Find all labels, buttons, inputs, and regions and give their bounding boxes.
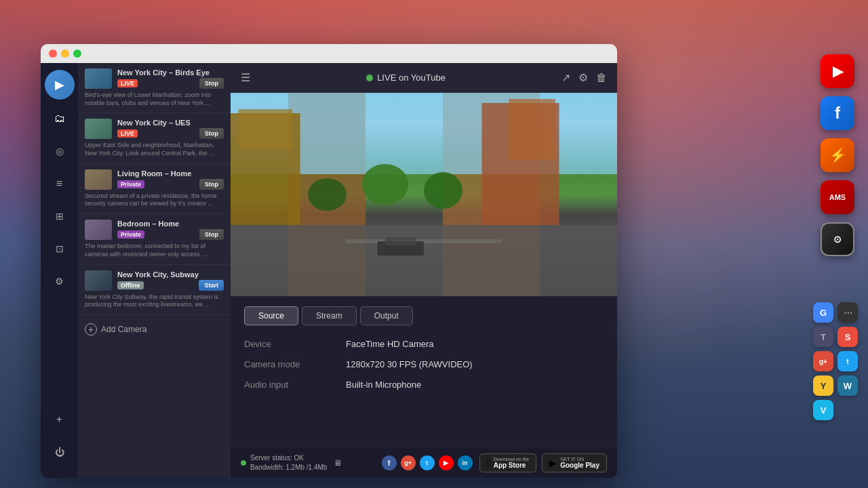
google-play-sublabel: GET IT ON	[560, 457, 599, 462]
device-label: Device	[244, 339, 346, 349]
dock-facebook[interactable]: f	[821, 96, 854, 130]
camera-desc-2: Upper East Side and neighborhood, Manhat…	[85, 142, 224, 157]
logo-icon: ▶	[55, 77, 64, 92]
street-scene-svg	[231, 93, 617, 296]
small-dock-twitter[interactable]: t	[837, 351, 858, 371]
stop-button-2[interactable]: Stop	[199, 128, 224, 139]
audio-input-row: Audio input Built-in Microphone	[244, 380, 604, 390]
social-facebook[interactable]: f	[382, 455, 397, 470]
camera-item-bedroom[interactable]: Bedroom – Home Private Stop The master b…	[78, 214, 231, 264]
share-button[interactable]: ↗	[561, 71, 570, 84]
tab-source[interactable]: Source	[244, 306, 298, 325]
device-value: FaceTime HD Camera	[346, 339, 434, 349]
sidebar-item-location[interactable]: ◎	[46, 138, 73, 165]
small-dock-google[interactable]: G	[813, 302, 833, 323]
sidebar-logo[interactable]: ▶	[45, 70, 75, 100]
stop-button-4[interactable]: Stop	[199, 229, 224, 240]
video-preview	[231, 93, 617, 296]
gear-icon: ⚙	[578, 72, 588, 83]
svg-rect-4	[509, 99, 555, 160]
small-dock-vimeo[interactable]: V	[813, 400, 833, 420]
s-icon: ⊙	[833, 234, 842, 245]
camera-thumb-2	[85, 119, 112, 139]
add-camera-label: Add Camera	[101, 325, 146, 334]
small-dock-yahoo[interactable]: Y	[813, 375, 833, 396]
svg-point-9	[424, 172, 462, 209]
stop-button-3[interactable]: Stop	[199, 179, 224, 190]
small-dock-gp[interactable]: g+	[813, 351, 833, 371]
status-badge-3: Private	[117, 180, 144, 188]
camera-item-ues[interactable]: New York City – UES LIVE Stop Upper East…	[78, 113, 231, 163]
svg-rect-11	[385, 237, 416, 245]
social-youtube[interactable]: ▶	[439, 455, 454, 470]
thumb-img-4	[85, 220, 112, 240]
camera-info-3: Living Room – Home Private Stop	[117, 169, 224, 190]
menu-icon: ☰	[241, 72, 250, 83]
tab-stream[interactable]: Stream	[302, 306, 357, 325]
camera-mode-label: Camera mode	[244, 359, 346, 369]
list-icon: ≡	[56, 178, 62, 190]
camera-item-living-room[interactable]: Living Room – Home Private Stop Secured …	[78, 164, 231, 214]
sidebar-item-settings[interactable]: ⚙	[46, 268, 73, 295]
menu-button[interactable]: ☰	[241, 71, 250, 84]
camera-info-1: New York City – Birds Eye LIVE Stop	[117, 68, 224, 89]
delete-button[interactable]: 🗑	[596, 72, 607, 84]
dock-thunder[interactable]: ⚡	[821, 138, 854, 172]
sidebar-item-list[interactable]: ≡	[46, 170, 73, 197]
small-dock-s[interactable]: S	[837, 327, 858, 347]
sidebar-item-grid[interactable]: ⊞	[46, 203, 73, 230]
camera-info-5: New York City, Subway Offline Start	[117, 270, 224, 291]
live-dot	[366, 75, 373, 81]
stop-button-1[interactable]: Stop	[199, 78, 224, 89]
start-button-5[interactable]: Start	[199, 280, 224, 291]
live-indicator: LIVE on YouTube	[366, 73, 446, 83]
app-store-badge[interactable]:  Download on the App Store	[479, 453, 537, 472]
dock-s[interactable]: ⊙	[821, 222, 854, 256]
svg-point-8	[362, 164, 408, 205]
audio-input-label: Audio input	[244, 380, 346, 390]
camera-status-row-5: Offline Start	[117, 280, 224, 291]
camera-info-2: New York City – UES LIVE Stop	[117, 119, 224, 139]
camera-thumb-1	[85, 68, 112, 89]
book-icon: 🗂	[54, 113, 65, 125]
add-camera-button[interactable]: + Add Camera	[78, 315, 231, 344]
sidebar-item-power[interactable]: ⏻	[46, 439, 73, 466]
minimize-button[interactable]	[61, 49, 69, 58]
thumb-img-2	[85, 119, 112, 139]
maximize-button[interactable]	[73, 49, 81, 58]
server-status-dot	[241, 460, 246, 466]
live-platform-label: LIVE on YouTube	[377, 73, 446, 83]
sidebar-item-book[interactable]: 🗂	[46, 105, 73, 132]
app-store-sublabel: Download on the	[494, 457, 530, 462]
social-linkedin[interactable]: in	[458, 455, 473, 470]
status-badge-2: LIVE	[117, 129, 138, 138]
close-button[interactable]	[49, 49, 57, 58]
add-icon: +	[56, 413, 62, 426]
settings-button[interactable]: ⚙	[578, 71, 588, 84]
tab-output[interactable]: Output	[360, 306, 413, 325]
server-status-ok: Server status: OK	[250, 453, 327, 463]
camera-item-birds-eye[interactable]: New York City – Birds Eye LIVE Stop Bird…	[78, 63, 231, 113]
camera-mode-row: Camera mode 868x488 30 FPS (RAWVIDEO)	[244, 359, 604, 369]
small-dock-t[interactable]: T	[813, 327, 833, 347]
google-play-badge[interactable]: ▶ GET IT ON Google Play	[542, 453, 607, 472]
share-icon: ↗	[561, 72, 570, 83]
youtube-icon: ▶	[833, 63, 843, 79]
thumb-img-5	[85, 270, 112, 291]
dock-ams[interactable]: AMS	[821, 180, 854, 214]
dock-youtube[interactable]: ▶	[821, 54, 854, 88]
facebook-icon: f	[835, 104, 840, 123]
svg-rect-2	[238, 109, 292, 150]
ams-icon: AMS	[829, 193, 846, 201]
footer: Server status: OK Bandwidth: 1.2Mb /1.4M…	[231, 447, 617, 478]
camera-status-row-4: Private Stop	[117, 229, 224, 240]
sidebar-item-video[interactable]: ⊡	[46, 235, 73, 262]
camera-item-subway[interactable]: New York City, Subway Offline Start New …	[78, 265, 231, 315]
small-dock-more[interactable]: ⋯	[837, 302, 858, 323]
social-googleplus[interactable]: g+	[401, 455, 416, 470]
camera-status-row-2: LIVE Stop	[117, 128, 224, 139]
social-twitter[interactable]: t	[420, 455, 435, 470]
google-play-text: GET IT ON Google Play	[560, 457, 599, 469]
small-dock-wordpress[interactable]: W	[837, 375, 858, 396]
sidebar-item-add[interactable]: +	[46, 406, 73, 433]
